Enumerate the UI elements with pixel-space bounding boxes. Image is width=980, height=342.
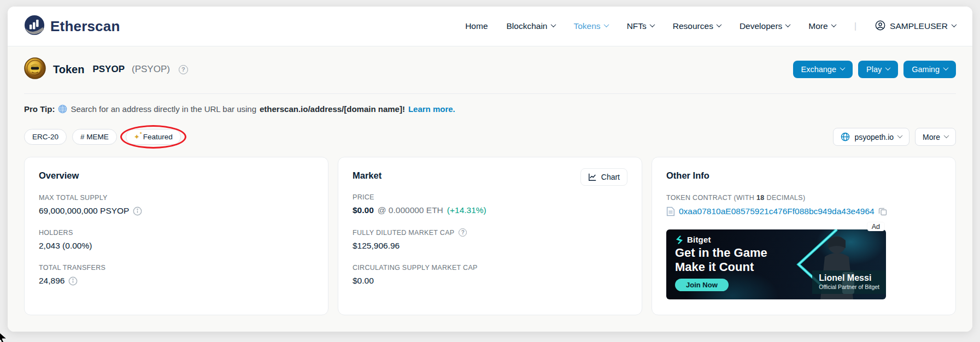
max-total-supply-value: 69,000,000,000 PSYOP xyxy=(39,206,129,216)
chevron-down-icon xyxy=(649,22,655,27)
join-now-button[interactable]: Join Now xyxy=(675,279,729,291)
document-icon xyxy=(666,207,675,216)
info-icon[interactable] xyxy=(133,207,142,216)
etherscan-logo[interactable]: Etherscan xyxy=(24,15,120,38)
ad-person-subtitle: Official Partner of Bitget xyxy=(819,284,879,290)
price-eth: @ 0.000000 ETH xyxy=(378,205,443,215)
pro-tip: Pro Tip: Search for an address directly … xyxy=(24,104,956,114)
total-transfers-field: TOTAL TRANSFERS 24,896 xyxy=(39,264,314,286)
token-name: PSYOP xyxy=(92,64,125,75)
gaming-button[interactable]: Gaming xyxy=(903,61,956,78)
user-name: SAMPLEUSER xyxy=(890,21,948,31)
total-transfers-value: 24,896 xyxy=(39,276,64,286)
chevron-down-icon xyxy=(943,65,949,70)
copy-icon[interactable] xyxy=(878,207,887,216)
max-total-supply-label: MAX TOTAL SUPPLY xyxy=(39,194,314,202)
csmc-label: CIRCULATING SUPPLY MARKET CAP xyxy=(353,264,627,272)
page-content: Token PSYOP (PSYOP) Exchange Play Gaming… xyxy=(8,46,972,332)
nav-item-developers[interactable]: Developers xyxy=(740,21,790,31)
contract-decimals: 18 xyxy=(756,194,765,202)
market-card: Market Chart PRICE $0.00 xyxy=(338,157,642,315)
tag-meme[interactable]: # MEME xyxy=(72,129,117,145)
fdmc-value: $125,906.96 xyxy=(353,241,400,251)
token-contract-field: TOKEN CONTRACT (WITH 18 DECIMALS) 0xaa07… xyxy=(666,194,941,216)
bitget-ad-banner[interactable]: Bitget Get in the Game Make it Count Joi… xyxy=(666,229,886,299)
chevron-down-icon xyxy=(944,133,949,138)
tag-row: ERC-20 # MEME ✦ Featured xyxy=(24,128,956,146)
price-change: (+14.31%) xyxy=(447,205,486,215)
ad-headline-2: Make it Count xyxy=(675,260,767,274)
fdmc-field: FULLY DILUTED MARKET CAP $125,906.96 xyxy=(353,228,627,251)
total-transfers-label: TOTAL TRANSFERS xyxy=(39,264,314,272)
website-dropdown[interactable]: psyopeth.io xyxy=(833,128,909,146)
line-chart-icon xyxy=(588,173,597,181)
chevron-down-icon xyxy=(952,22,957,27)
price-field: PRICE $0.00 @ 0.000000 ETH (+14.31%) xyxy=(353,193,627,215)
more-dropdown[interactable]: More xyxy=(915,128,956,146)
globe-icon xyxy=(58,104,67,114)
market-title: Market xyxy=(353,170,382,181)
nav-item-tokens[interactable]: Tokens xyxy=(574,21,608,31)
etherscan-logo-icon xyxy=(24,15,45,38)
ad-brand-name: Bitget xyxy=(687,235,711,244)
tag-erc20[interactable]: ERC-20 xyxy=(24,129,67,145)
chart-button[interactable]: Chart xyxy=(580,168,627,186)
nav-divider: | xyxy=(854,21,856,32)
user-icon xyxy=(875,20,885,33)
nav-item-nfts[interactable]: NFTs xyxy=(627,21,654,31)
sparkle-icon: ✦ xyxy=(134,133,140,141)
chevron-down-icon xyxy=(603,22,609,27)
ad-container: Ad xyxy=(666,229,886,299)
ad-headline-1: Get in the Game xyxy=(675,246,767,260)
token-header: Token PSYOP (PSYOP) Exchange Play Gaming xyxy=(24,46,956,81)
token-help-icon[interactable] xyxy=(179,65,188,74)
overview-title: Overview xyxy=(39,170,314,181)
contract-label-pre: TOKEN CONTRACT (WITH xyxy=(666,194,754,202)
nav-menu: Home Blockchain Tokens NFTs Resources De… xyxy=(465,20,956,33)
pro-tip-highlight: etherscan.io/address/[domain name]! xyxy=(260,104,405,114)
ad-person-name: Lionel Messi xyxy=(819,273,879,283)
ad-person-box: Lionel Messi Official Partner of Bitget xyxy=(812,270,886,294)
chevron-down-icon xyxy=(785,22,791,27)
pro-tip-prefix: Pro Tip: xyxy=(24,104,55,114)
nav-item-resources[interactable]: Resources xyxy=(673,21,721,31)
bitget-logo-icon xyxy=(675,235,684,244)
play-button[interactable]: Play xyxy=(858,61,898,78)
price-usd: $0.00 xyxy=(353,205,374,215)
mouse-cursor xyxy=(0,331,9,342)
top-navbar: Etherscan Home Blockchain Tokens NFTs Re… xyxy=(8,7,972,46)
summary-cards: Overview MAX TOTAL SUPPLY 69,000,000,000… xyxy=(24,157,956,315)
price-label: PRICE xyxy=(353,193,627,201)
tag-featured[interactable]: ✦ Featured xyxy=(126,129,181,145)
csmc-field: CIRCULATING SUPPLY MARKET CAP $0.00 xyxy=(353,264,627,286)
page-title: Token xyxy=(53,63,84,76)
holders-field: HOLDERS 2,043 (0.00%) xyxy=(39,229,314,251)
featured-annotation: ✦ Featured xyxy=(122,129,184,145)
chevron-down-icon xyxy=(885,65,891,70)
token-actions: psyopeth.io More xyxy=(833,128,956,146)
chevron-down-icon xyxy=(897,133,903,138)
chevron-down-icon xyxy=(840,65,846,70)
holders-label: HOLDERS xyxy=(39,229,314,237)
globe-icon xyxy=(841,132,850,141)
header-buttons: Exchange Play Gaming xyxy=(793,61,956,78)
pro-tip-text: Search for an address directly in the UR… xyxy=(71,104,256,114)
overview-card: Overview MAX TOTAL SUPPLY 69,000,000,000… xyxy=(24,157,328,315)
holders-value: 2,043 (0.00%) xyxy=(39,241,92,251)
learn-more-link[interactable]: Learn more. xyxy=(408,104,455,114)
token-tags: ERC-20 # MEME ✦ Featured xyxy=(24,129,184,145)
nav-item-home[interactable]: Home xyxy=(465,21,488,31)
exchange-button[interactable]: Exchange xyxy=(793,61,853,78)
fdmc-help-icon[interactable] xyxy=(459,228,467,237)
contract-address-link[interactable]: 0xaa07810aE08575921c476Ff088bc949da43e49… xyxy=(679,207,875,216)
token-identity: Token PSYOP (PSYOP) xyxy=(24,57,188,81)
chevron-down-icon xyxy=(831,22,836,27)
other-info-card: Other Info TOKEN CONTRACT (WITH 18 DECIM… xyxy=(652,157,956,315)
nav-item-blockchain[interactable]: Blockchain xyxy=(507,21,555,31)
nav-user-menu[interactable]: SAMPLEUSER xyxy=(875,20,956,33)
info-icon[interactable] xyxy=(68,276,78,286)
token-logo-icon xyxy=(24,57,46,81)
nav-item-more[interactable]: More xyxy=(808,21,835,31)
fdmc-label: FULLY DILUTED MARKET CAP xyxy=(353,229,454,237)
brand-name: Etherscan xyxy=(50,18,120,35)
